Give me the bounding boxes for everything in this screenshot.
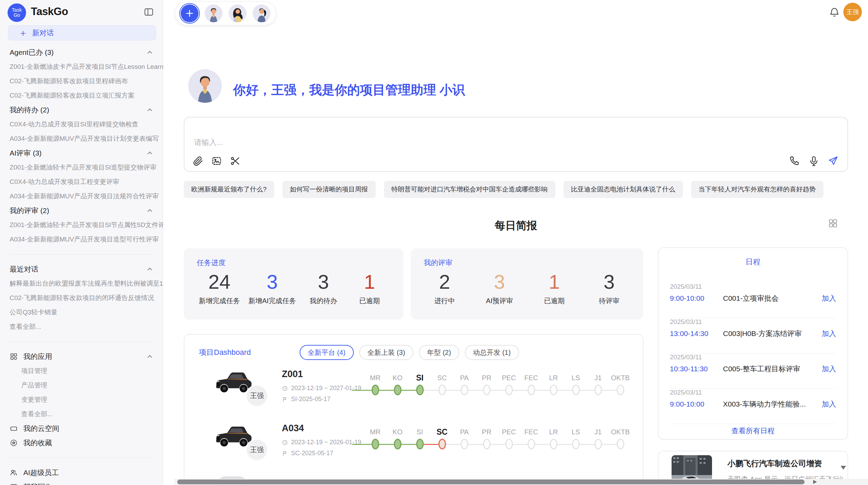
session-avatar[interactable]: [253, 4, 270, 22]
new-chat-button[interactable]: ＋ 新对话: [8, 25, 156, 40]
session-avatar[interactable]: [229, 4, 246, 22]
sidebar-item-favorites[interactable]: 我的收藏: [0, 436, 163, 450]
scroll-down-arrow[interactable]: [841, 466, 846, 470]
milestone-dot[interactable]: [505, 439, 513, 449]
milestone-dot[interactable]: [416, 385, 424, 395]
event-title: C003|H0B-方案冻结评审: [723, 329, 822, 338]
milestone-dot[interactable]: [394, 439, 401, 449]
join-meeting-link[interactable]: 加入: [822, 329, 836, 338]
conversation-item[interactable]: A034-全新新能源MUV产品开发项目计划变更表编写: [0, 132, 163, 146]
conversation-item[interactable]: C0X4-动力总成开发项目SI里程碑提交物检查: [0, 117, 163, 132]
milestone-dot[interactable]: [461, 439, 468, 449]
chevron-up-icon[interactable]: [146, 149, 154, 157]
milestone-dot[interactable]: [416, 439, 424, 449]
recent-conversation-item[interactable]: 解释最新出台的欧盟报废车法规再生塑料比例被调至15%...: [0, 276, 163, 291]
suggestion-chip[interactable]: 如何写一份清晰的项目周报: [282, 181, 376, 198]
dashboard-tab-3[interactable]: 动总开发 (1): [465, 345, 519, 360]
date-range-text: 2023-12-19 ~ 2026-01-19: [291, 439, 361, 446]
join-meeting-link[interactable]: 加入: [822, 399, 836, 409]
sidebar-section-agent-done[interactable]: Agent已办 (3): [0, 45, 163, 60]
session-avatar[interactable]: [205, 4, 222, 22]
conversation-item[interactable]: C02-飞腾新能源轻客改款项目里程碑画布: [0, 74, 163, 88]
conversation-item[interactable]: C0X4-动力总成开发项目工程变更评审: [0, 175, 163, 189]
sidebar-item-help-me-write[interactable]: 帮我写作: [0, 480, 163, 485]
scroll-right-arrow[interactable]: [813, 480, 817, 484]
milestone-dot[interactable]: [505, 385, 513, 395]
send-icon[interactable]: [828, 156, 839, 166]
microphone-icon[interactable]: [808, 156, 819, 166]
view-all-conversations-link[interactable]: 查看全部...: [0, 320, 163, 334]
app-item[interactable]: 变更管理: [0, 393, 163, 407]
notification-bell-icon[interactable]: [829, 7, 840, 17]
dashboard-tab-2[interactable]: 年型 (2): [419, 345, 459, 360]
horizontal-scrollbar-thumb[interactable]: [177, 480, 805, 484]
recent-conversation-item[interactable]: 公司Q3轻卡销量: [0, 305, 163, 320]
milestone-MR: MR: [364, 427, 386, 449]
conversation-item[interactable]: A034-全新新能源MUV产品开发项目造型可行性评审: [0, 232, 163, 247]
chat-input-box[interactable]: 请输入...: [184, 117, 848, 172]
sidebar-section-ai-review[interactable]: AI评审 (3): [0, 146, 163, 160]
milestone-dot[interactable]: [528, 385, 535, 395]
voice-call-icon[interactable]: [789, 156, 800, 166]
chevron-up-icon[interactable]: [146, 207, 154, 214]
screenshot-scissors-icon[interactable]: [230, 156, 241, 166]
conversation-item[interactable]: Z001-全新燃油轻卡产品开发项目SI节点属性5D文件评审: [0, 218, 163, 232]
chevron-up-icon[interactable]: [146, 353, 154, 360]
conversation-item[interactable]: Z001-全新燃油轻卡产品开发项目SI造型提交物评审: [0, 160, 163, 175]
milestone-dot[interactable]: [461, 385, 468, 395]
sidebar-item-ai-super-staff[interactable]: AI超级员工: [0, 465, 163, 480]
attachment-icon[interactable]: [193, 156, 204, 166]
sidebar-section-my-todo[interactable]: 我的待办 (2): [0, 103, 163, 117]
recent-conversation-item[interactable]: C02-飞腾新能源轻客改款项目的闭环通告反馈情况: [0, 291, 163, 305]
milestone-dot[interactable]: [594, 439, 602, 449]
milestone-dot[interactable]: [550, 439, 557, 449]
suggestion-chip[interactable]: 欧洲新规最近颁布了什么?: [184, 181, 274, 198]
suggestion-chip[interactable]: 当下年轻人对汽车外观有怎样的喜好趋势: [691, 181, 823, 198]
milestone-dot[interactable]: [438, 439, 446, 449]
sidebar-item-cloud-space[interactable]: 我的云空间: [0, 421, 163, 436]
conversation-item[interactable]: C02-飞腾新能源轻客改款项目立项汇报方案: [0, 88, 163, 103]
dashboard-tab-1[interactable]: 全新上装 (3): [359, 345, 413, 360]
chevron-up-icon[interactable]: [146, 265, 154, 273]
conversation-item[interactable]: A034-全新新能源MUV产品开发项目法规符合性评审: [0, 189, 163, 203]
layout-grid-icon[interactable]: [828, 218, 839, 229]
app-item[interactable]: 项目管理: [0, 364, 163, 378]
join-meeting-link[interactable]: 加入: [822, 364, 836, 374]
milestone-dot[interactable]: [483, 439, 491, 449]
join-meeting-link[interactable]: 加入: [822, 294, 836, 303]
milestone-dot[interactable]: [617, 385, 624, 395]
app-item[interactable]: 产品管理: [0, 378, 163, 393]
user-avatar[interactable]: 王强: [843, 3, 862, 21]
milestone-dot[interactable]: [572, 385, 580, 395]
event-time: 13:00-14:30: [670, 329, 723, 338]
chevron-up-icon[interactable]: [146, 106, 154, 114]
milestone-dot[interactable]: [438, 385, 446, 395]
milestone-dot[interactable]: [372, 385, 379, 395]
milestone-dot[interactable]: [394, 385, 401, 395]
milestone-dot[interactable]: [594, 385, 602, 395]
chevron-up-icon[interactable]: [146, 49, 154, 56]
milestone-dot[interactable]: [483, 385, 491, 395]
suggestion-chip[interactable]: 特朗普可能对进口汽车增税会对中国车企造成哪些影响: [384, 181, 555, 198]
project-owner-badge: 王强: [246, 439, 268, 461]
milestone-label: PA: [460, 427, 469, 437]
add-session-button[interactable]: [181, 4, 198, 22]
suggestion-chip[interactable]: 比亚迪全固态电池计划具体说了什么: [564, 181, 683, 198]
image-upload-icon[interactable]: [211, 156, 222, 166]
project-code[interactable]: Z001: [282, 369, 303, 380]
conversation-item[interactable]: Z001-全新燃油皮卡产品开发项目SI节点Lesson Learn报告: [0, 60, 163, 74]
sidebar-collapse-icon[interactable]: [144, 7, 154, 17]
view-all-schedule-link[interactable]: 查看所有日程: [659, 426, 847, 436]
sidebar-section-my-review[interactable]: 我的评审 (2): [0, 203, 163, 218]
sidebar-section-recent[interactable]: 最近对话: [0, 262, 163, 276]
milestone-dot[interactable]: [617, 439, 624, 449]
dashboard-tab-0[interactable]: 全新平台 (4): [300, 345, 354, 360]
sidebar-list: Agent已办 (3)Z001-全新燃油皮卡产品开发项目SI节点Lesson L…: [0, 45, 163, 485]
view-all-apps-link[interactable]: 查看全部...: [0, 407, 163, 421]
sidebar-item-my-apps[interactable]: 我的应用: [0, 349, 163, 364]
milestone-dot[interactable]: [572, 439, 580, 449]
milestone-dot[interactable]: [528, 439, 535, 449]
project-code[interactable]: A034: [282, 423, 304, 434]
milestone-dot[interactable]: [372, 439, 379, 449]
milestone-dot[interactable]: [550, 385, 557, 395]
